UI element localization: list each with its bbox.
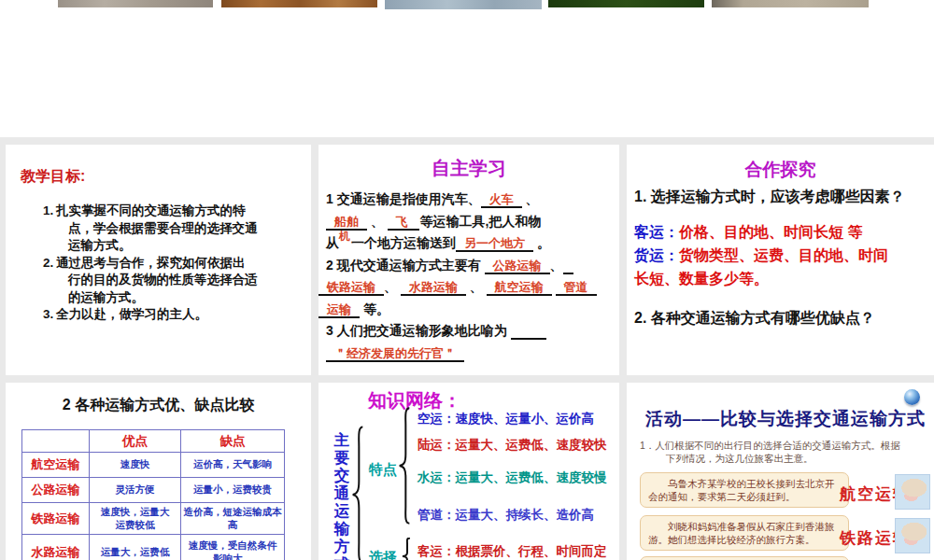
slide-comparison-table[interactable]: 2 各种运输方式优、缺点比较 优点 缺点 航空运输 速度快 运价高，天气影响 公… [6, 383, 311, 560]
photo-strip-2 [221, 0, 377, 7]
globe-icon [904, 389, 920, 405]
case-card-1: 乌鲁木齐某学校的王校长接到去北京开会的通知，要求第二天必须赶到。 [640, 472, 849, 508]
freight-factors-cont: 长短、数量多少等。 [634, 270, 769, 289]
slide-title: 自主学习 [318, 156, 619, 181]
slide-title: 活动——比较与选择交通运输方式 [645, 407, 926, 431]
goal-item: 1. 扎实掌握不同的交通运输方式的特点，学会根据需要合理的选择交通运输方式。 [6, 203, 304, 255]
photo-strip-5 [712, 0, 869, 7]
network-item-land: 陆运：运量大、运费低、速度较快 [417, 437, 607, 454]
question-2: 2. 各种交通运输方式有哪些优缺点？ [634, 309, 875, 329]
slide-title: 合作探究 [627, 158, 934, 182]
table-row: 铁路运输 速度快，运量大 运费较低 造价高，短途运输成本高 [22, 503, 285, 535]
china-map-thumbnail-2 [895, 518, 930, 553]
freight-factors: 货运：货物类型、运费、目的地、时间 [634, 246, 888, 266]
slide-sorter-page: 教学目标: 1. 扎实掌握不同的交通运输方式的特点，学会根据需要合理的选择交通运… [0, 0, 934, 560]
goal-item: 2. 通过思考与合作，探究如何依据出行的目的及货物的性质等选择合适的运输方式。 [6, 255, 304, 307]
table-row: 航空运输 速度快 运价高，天气影响 [22, 453, 285, 478]
brace-feature [397, 407, 412, 525]
slide-activity[interactable]: 活动——比较与选择交通运输方式 1．人们根据不同的出行目的选择合适的交通运输方式… [627, 383, 934, 560]
slide-cooperative-inquiry[interactable]: 合作探究 1. 选择运输方式时，应该考虑哪些因素？ 客运：价格、目的地、时间长短… [627, 145, 934, 375]
col-header-pros: 优点 [90, 430, 181, 453]
passenger-factors: 客运：价格、目的地、时间长短 等 [634, 223, 862, 243]
branch-feature: 特点 [369, 461, 397, 479]
photo-strip-4 [548, 0, 704, 7]
photo-strip-1 [58, 0, 213, 7]
slide-knowledge-network[interactable]: 知识网络： 主要交通运输方式 特点 空运：速度快、运量小、运价高 陆运：运量大、… [318, 383, 619, 560]
network-item-air: 空运：速度快、运量小、运价高 [417, 411, 594, 427]
table-row: 水路运输 运量大，运费低 速度慢，受自然条件 影响大。 [22, 535, 285, 560]
branch-select: 选择 [369, 549, 397, 560]
table-row: 公路运输 灵活方便 运量小，运费较贵 [22, 478, 285, 503]
china-map-thumbnail-1 [895, 474, 930, 510]
col-header-cons: 缺点 [181, 430, 285, 453]
goal-list: 1. 扎实掌握不同的交通运输方式的特点，学会根据需要合理的选择交通运输方式。 2… [6, 203, 304, 324]
brace-select [401, 538, 412, 560]
slide-self-study[interactable]: 自主学习 1 交通运输是指使用汽车、火车 、 船舶 、 飞 等运输工具,把人和物… [318, 145, 619, 375]
photo-strip-3 [385, 0, 542, 9]
fill-in-blank-text: 1 交通运输是指使用汽车、火车 、 船舶 、 飞 等运输工具,把人和物 从机一个… [326, 191, 617, 367]
question-1: 1. 选择运输方式时，应该考虑哪些因素？ [634, 188, 905, 207]
network-item-passenger: 客运：根据票价、行程、时间而定 [417, 543, 607, 560]
goal-item: 3. 全力以赴，做学习的主人。 [6, 306, 304, 324]
slide-title: 2 各种运输方式优、缺点比较 [6, 396, 311, 415]
activity-instructions: 1．人们根据不同的出行目的选择合适的交通运输方式。根据下列情况，为这几位旅客出主… [640, 439, 900, 465]
transport-comparison-table: 优点 缺点 航空运输 速度快 运价高，天气影响 公路运输 灵活方便 运量小，运费… [21, 429, 285, 560]
case-card-3-clipped [640, 556, 849, 560]
stem-vertical-label: 主要交通运输方式 [333, 431, 350, 560]
slide-teaching-goals[interactable]: 教学目标: 1. 扎实掌握不同的交通运输方式的特点，学会根据需要合理的选择交通运… [6, 145, 311, 375]
brace-main [350, 426, 365, 560]
slide-title: 教学目标: [21, 167, 85, 187]
network-item-pipeline: 管道：运量大、持续长、造价高 [417, 507, 594, 524]
network-item-water: 水运：运量大、运费低、速度较慢 [417, 469, 607, 486]
slide-title: 知识网络： [368, 388, 461, 413]
case-card-2: 刘晓和妈妈准备暑假从石家庄到香港旅游。她们想选择比较经济的旅行方案。 [640, 515, 849, 551]
